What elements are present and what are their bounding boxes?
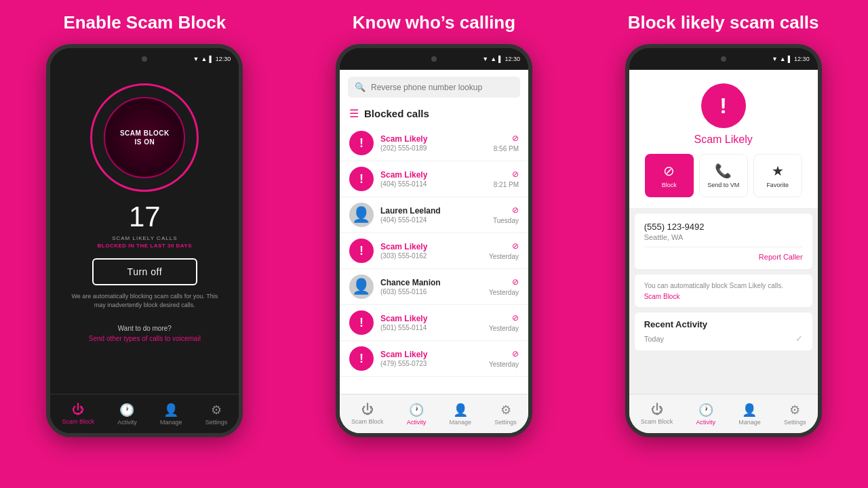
nav-label-settings-3: Settings xyxy=(784,419,806,426)
caller-name: Scam Likely xyxy=(380,314,482,323)
call-info: Scam Likely (501) 555-0114 xyxy=(380,314,482,331)
section-header: ☰ Blocked calls xyxy=(340,104,528,125)
scam-detail-top: ! Scam Likely ⊘ Block 📞 Send to VM xyxy=(629,70,818,208)
send-to-vm-button[interactable]: 📞 Send to VM xyxy=(699,154,748,197)
nav-label-activity-2: Activity xyxy=(407,419,427,426)
call-time: Yesterday xyxy=(489,253,519,260)
call-item[interactable]: 👤 Lauren Leeland (404) 555-0124 ⊘ Tuesda… xyxy=(340,197,528,233)
exclaim-icon: ! xyxy=(359,352,363,366)
call-item[interactable]: ! Scam Likely (303) 555-0162 ⊘ Yesterday xyxy=(340,233,528,269)
action-buttons: ⊘ Block 📞 Send to VM ★ Favorite xyxy=(645,154,802,197)
signal-icon-2: ▼ xyxy=(482,56,488,62)
want-more-link[interactable]: Send other types of calls to voicemail xyxy=(89,335,201,342)
nav-activity-1[interactable]: 🕐 Activity xyxy=(117,403,137,426)
blocked-icon: ⊘ xyxy=(512,277,519,287)
panel-3: Block likely scam calls ▼ ▲ ▌ 12:30 ! Sc… xyxy=(595,0,852,488)
nav-label-manage-2: Manage xyxy=(450,419,472,426)
status-bar-3: ▼ ▲ ▌ 12:30 xyxy=(772,56,810,62)
exclamation-icon: ! xyxy=(719,94,727,119)
clock-icon-3: 🕐 xyxy=(698,403,713,418)
battery-icon-3: ▌ xyxy=(788,56,792,62)
want-more-section: Want to do more? Send other types of cal… xyxy=(89,321,201,342)
person-icon-3: 👤 xyxy=(742,403,757,418)
nav-settings-2[interactable]: ⚙ Settings xyxy=(494,403,517,426)
panel-1: Enable Scam Block ▼ ▲ ▌ 12:30 SCAM BLOCK… xyxy=(16,0,273,488)
search-input[interactable] xyxy=(371,83,513,92)
block-button[interactable]: ⊘ Block xyxy=(645,154,694,197)
phone-1-top: ▼ ▲ ▌ 12:30 xyxy=(50,48,239,70)
caller-name: Scam Likely xyxy=(380,242,482,251)
blocked-label: BLOCKED IN THE LAST 30 DAYS xyxy=(98,243,192,249)
blocked-icon: ⊘ xyxy=(512,313,519,323)
caller-name: Scam Likely xyxy=(380,350,482,359)
check-icon: ✓ xyxy=(795,333,803,344)
call-time: 8:56 PM xyxy=(494,145,519,152)
vm-icon: 📞 xyxy=(715,163,732,179)
time-display-3: 12:30 xyxy=(794,56,810,62)
nav-label-settings-2: Settings xyxy=(494,419,517,426)
call-info: Scam Likely (479) 555-0723 xyxy=(380,350,482,367)
call-item[interactable]: ! Scam Likely (479) 555-0723 ⊘ Yesterday xyxy=(340,341,528,377)
call-meta: ⊘ Tuesday xyxy=(493,205,519,224)
nav-activity-2[interactable]: 🕐 Activity xyxy=(407,403,427,426)
blocked-icon: ⊘ xyxy=(512,205,519,215)
auto-block-card: You can automatically block Scam Likely … xyxy=(635,274,812,307)
call-meta: ⊘ 8:21 PM xyxy=(494,169,519,188)
nav-label-scam-1: Scam Block xyxy=(62,418,94,425)
power-icon-2: ⏻ xyxy=(361,403,374,417)
call-time: 8:21 PM xyxy=(494,181,519,188)
circle-outer: SCAM BLOCK IS ON xyxy=(90,83,199,192)
nav-manage-2[interactable]: 👤 Manage xyxy=(450,403,472,426)
caller-number: (202) 555-0189 xyxy=(380,144,487,152)
phone-2: ▼ ▲ ▌ 12:30 🔍 ☰ Blocked calls ! Scam Lik… xyxy=(336,44,532,437)
blocked-icon: ⊘ xyxy=(512,241,519,251)
phone-3-screen: ! Scam Likely ⊘ Block 📞 Send to VM xyxy=(629,70,818,433)
phone-1: ▼ ▲ ▌ 12:30 SCAM BLOCK IS ON 17 SCAM LIK… xyxy=(46,44,243,437)
scam-block-text2: IS ON xyxy=(134,138,155,146)
signal-icon: ▼ xyxy=(193,56,199,62)
nav-scam-block-2[interactable]: ⏻ Scam Block xyxy=(351,403,384,425)
bottom-nav-3: ⏻ Scam Block 🕐 Activity 👤 Manage ⚙ Setti… xyxy=(629,394,818,433)
time-display: 12:30 xyxy=(216,56,231,62)
favorite-button[interactable]: ★ Favorite xyxy=(753,154,802,197)
call-item[interactable]: 👤 Chance Manion (603) 555-0116 ⊘ Yesterd… xyxy=(340,269,528,305)
nav-label-manage-1: Manage xyxy=(160,419,182,426)
nav-activity-3[interactable]: 🕐 Activity xyxy=(696,403,715,426)
person-avatar: 👤 xyxy=(349,274,374,299)
nav-label-activity-1: Activity xyxy=(117,419,137,426)
scam-detail-screen: ! Scam Likely ⊘ Block 📞 Send to VM xyxy=(629,70,818,394)
nav-manage-3[interactable]: 👤 Manage xyxy=(738,403,761,426)
caller-name: Scam Likely xyxy=(380,170,487,180)
nav-label-scam-2: Scam Block xyxy=(351,418,384,425)
caller-name: Chance Manion xyxy=(380,278,482,287)
section-title: Blocked calls xyxy=(364,108,429,119)
caller-number: (303) 555-0162 xyxy=(380,252,482,260)
star-icon: ★ xyxy=(772,163,784,179)
search-bar[interactable]: 🔍 xyxy=(348,77,520,98)
turn-off-button[interactable]: Turn off xyxy=(92,258,197,285)
recent-activity-title: Recent Activity xyxy=(644,319,803,329)
want-more-label: Want to do more? xyxy=(118,325,172,332)
nav-settings-1[interactable]: ⚙ Settings xyxy=(205,403,228,426)
call-meta: ⊘ Yesterday xyxy=(489,241,519,260)
caller-number: (404) 555-0114 xyxy=(380,180,487,188)
wifi-icon-2: ▲ xyxy=(490,56,496,62)
report-caller-link[interactable]: Report Caller xyxy=(644,253,803,261)
nav-scam-block-1[interactable]: ⏻ Scam Block xyxy=(62,403,94,425)
nav-scam-block-3[interactable]: ⏻ Scam Block xyxy=(641,403,673,425)
exclaim-icon: ! xyxy=(359,172,363,186)
call-item[interactable]: ! Scam Likely (501) 555-0114 ⊘ Yesterday xyxy=(340,305,528,341)
camera-dot-3 xyxy=(721,56,726,62)
call-item[interactable]: ! Scam Likely (404) 555-0114 ⊘ 8:21 PM xyxy=(340,161,528,197)
nav-settings-3[interactable]: ⚙ Settings xyxy=(784,403,806,426)
caller-number: (479) 555-0723 xyxy=(380,360,482,367)
exclaim-icon: ! xyxy=(359,316,363,330)
scam-block-link[interactable]: Scam Block xyxy=(644,293,803,300)
nav-manage-1[interactable]: 👤 Manage xyxy=(160,403,182,426)
call-item[interactable]: ! Scam Likely (202) 555-0189 ⊘ 8:56 PM xyxy=(340,125,528,161)
call-meta: ⊘ Yesterday xyxy=(489,313,519,332)
phone-3: ▼ ▲ ▌ 12:30 ! Scam Likely ⊘ Block xyxy=(625,44,822,437)
call-list: ! Scam Likely (202) 555-0189 ⊘ 8:56 PM !… xyxy=(340,125,528,394)
recent-activity-card: Recent Activity Today ✓ xyxy=(635,312,812,350)
block-icon: ⊘ xyxy=(663,163,675,179)
